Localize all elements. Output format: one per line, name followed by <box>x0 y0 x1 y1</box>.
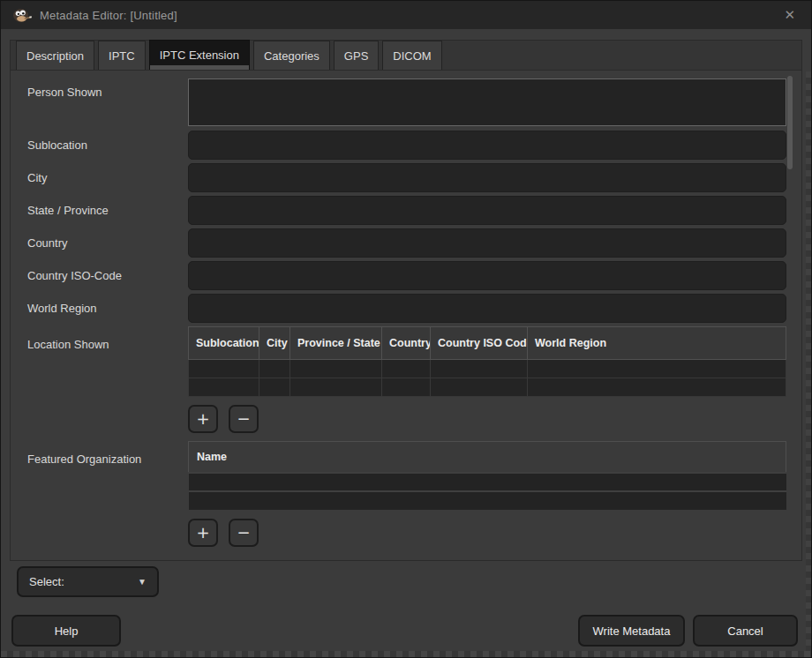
table-header-row: Name <box>189 442 786 473</box>
table-row[interactable] <box>189 360 786 378</box>
resize-grip-bottom[interactable] <box>1 651 811 657</box>
column-header-country[interactable]: Country <box>382 327 431 360</box>
tab-iptc-extension[interactable]: IPTC Extension <box>149 40 250 70</box>
organization-add-button[interactable]: + <box>188 519 218 547</box>
column-header-world-region[interactable]: World Region <box>528 327 786 360</box>
country-iso-code-label: Country ISO-Code <box>11 261 188 290</box>
table-header-row: Sublocation City Province / State Countr… <box>189 327 786 360</box>
iptc-extension-panel: Person Shown Sublocation City State / Pr… <box>10 70 802 561</box>
column-header-city[interactable]: City <box>259 327 290 360</box>
column-header-sublocation[interactable]: Sublocation <box>189 327 259 360</box>
country-iso-code-input[interactable] <box>188 261 786 290</box>
table-cell[interactable] <box>290 360 382 378</box>
select-dropdown-label: Select: <box>29 575 64 588</box>
country-label: Country <box>11 228 188 258</box>
column-header-name[interactable]: Name <box>189 442 786 473</box>
resize-grip-right[interactable] <box>806 71 811 651</box>
close-icon[interactable]: ✕ <box>777 7 802 24</box>
city-input[interactable] <box>188 163 786 192</box>
table-cell[interactable] <box>259 360 290 378</box>
tab-categories[interactable]: Categories <box>253 41 330 70</box>
table-row[interactable] <box>189 473 786 491</box>
metadata-notebook: Description IPTC IPTC Extension Categori… <box>10 40 802 561</box>
table-cell[interactable] <box>189 378 259 397</box>
write-metadata-button[interactable]: Write Metadata <box>578 615 685 647</box>
sublocation-label: Sublocation <box>11 131 188 160</box>
table-cell[interactable] <box>431 360 528 378</box>
column-header-province-state[interactable]: Province / State <box>290 327 382 360</box>
table-cell[interactable] <box>189 473 786 491</box>
featured-organization-label: Featured Organization <box>11 441 188 510</box>
tab-iptc[interactable]: IPTC <box>98 41 146 70</box>
location-add-button[interactable]: + <box>188 405 218 433</box>
spacer <box>11 405 188 433</box>
location-shown-table: Sublocation City Province / State Countr… <box>188 326 786 397</box>
tab-dicom[interactable]: DICOM <box>382 41 441 70</box>
table-cell[interactable] <box>189 491 786 510</box>
world-region-input[interactable] <box>188 294 786 323</box>
table-cell[interactable] <box>382 378 431 397</box>
spacer <box>11 519 188 547</box>
tab-gps[interactable]: GPS <box>334 41 379 70</box>
table-cell[interactable] <box>528 360 786 378</box>
table-cell[interactable] <box>259 378 290 397</box>
person-shown-label: Person Shown <box>11 79 188 129</box>
table-cell[interactable] <box>290 378 382 397</box>
tab-bar: Description IPTC IPTC Extension Categori… <box>10 40 802 70</box>
organization-remove-button[interactable]: − <box>229 519 259 547</box>
location-remove-button[interactable]: − <box>229 405 259 433</box>
city-label: City <box>11 163 188 192</box>
metadata-editor-dialog: Metadata Editor: [Untitled] ✕ Descriptio… <box>0 0 812 658</box>
sublocation-input[interactable] <box>188 131 786 160</box>
help-button[interactable]: Help <box>11 615 121 647</box>
state-province-label: State / Province <box>11 196 188 225</box>
world-region-label: World Region <box>11 294 188 323</box>
dialog-footer: Help Write Metadata Cancel <box>1 615 811 647</box>
featured-organization-table: Name <box>188 441 786 510</box>
chevron-down-icon: ▼ <box>138 577 147 587</box>
gimp-wilber-icon <box>12 8 32 23</box>
state-province-input[interactable] <box>188 196 786 225</box>
table-cell[interactable] <box>431 378 528 397</box>
cancel-button[interactable]: Cancel <box>693 615 798 647</box>
country-input[interactable] <box>188 228 786 258</box>
iptc-extension-form: Person Shown Sublocation City State / Pr… <box>11 71 801 547</box>
table-row[interactable] <box>189 491 786 510</box>
location-shown-label: Location Shown <box>11 326 188 397</box>
window-title: Metadata Editor: [Untitled] <box>40 9 177 22</box>
person-shown-textarea[interactable] <box>188 79 786 126</box>
table-cell[interactable] <box>528 378 786 397</box>
table-row[interactable] <box>189 378 786 397</box>
column-header-country-iso-code[interactable]: Country ISO Code <box>431 327 528 360</box>
tab-description[interactable]: Description <box>16 41 94 70</box>
title-bar: Metadata Editor: [Untitled] ✕ <box>1 1 811 29</box>
vertical-scrollbar[interactable] <box>787 76 793 169</box>
table-cell[interactable] <box>189 360 259 378</box>
table-cell[interactable] <box>382 360 431 378</box>
select-dropdown[interactable]: Select: ▼ <box>17 566 159 597</box>
